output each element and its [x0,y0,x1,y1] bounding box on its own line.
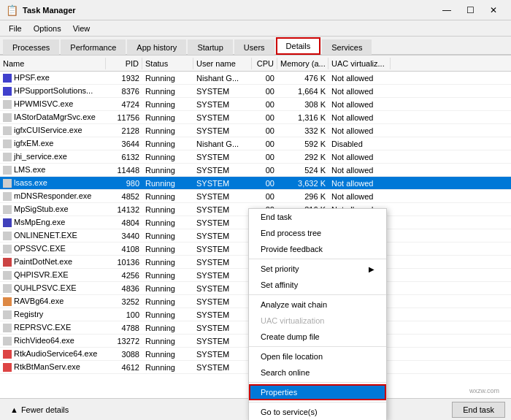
context-menu-item-set-affinity[interactable]: Set affinity [249,277,386,293]
cell-pid: 13272 [106,337,142,345]
cell-uac: Not allowed [328,126,391,135]
process-icon [3,324,12,332]
cell-memory: 592 K [277,140,328,148]
process-icon [3,284,12,293]
col-header-name[interactable]: Name [0,58,106,69]
cell-memory: 292 K [277,153,328,161]
cell-username: SYSTEM [193,218,252,227]
process-icon [3,232,12,240]
tab-users[interactable]: Users [234,39,274,55]
cell-status: Running [142,153,193,161]
title-bar: 📋 Task Manager — ☐ ✕ [0,0,511,20]
cell-name: MsMpEng.exe [0,218,106,227]
cell-username: SYSTEM [193,179,252,188]
context-menu-item-open-file-location[interactable]: Open file location [249,348,386,364]
tab-services[interactable]: Services [322,39,372,55]
cell-pid: 11448 [106,166,142,175]
cell-username: SYSTEM [193,310,252,319]
cell-username: SYSTEM [193,100,252,109]
col-header-uac-virtualiz---[interactable]: UAC virtualiz... [328,58,391,69]
col-header-status[interactable]: Status [142,58,193,69]
maximize-button[interactable]: ☐ [458,3,482,18]
table-row[interactable]: lsass.exe980RunningSYSTEM003,632 KNot al… [0,177,511,190]
table-row[interactable]: HPSupportSolutions...8376RunningSYSTEM00… [0,85,511,98]
cell-status: Running [142,140,193,148]
cell-name: HPSF.exe [0,73,106,83]
cell-username: SYSTEM [193,363,252,372]
cell-pid: 4256 [106,271,142,280]
cell-pid: 980 [106,179,142,188]
tab-performance[interactable]: Performance [61,39,126,55]
process-icon [3,179,12,188]
cell-status: Running [142,87,193,96]
process-icon [3,350,12,359]
col-header-user-name[interactable]: User name [193,58,252,69]
tab-app-history[interactable]: App history [127,39,186,55]
cell-cpu: 00 [252,87,277,96]
cell-cpu: 00 [252,192,277,201]
cell-uac: Not allowed [328,113,391,122]
cell-uac: Not allowed [328,74,391,83]
context-menu-item-end-task[interactable]: End task [249,209,386,225]
process-icon [3,166,12,175]
cell-status: Running [142,113,193,122]
context-menu-item-properties[interactable]: Properties [249,384,386,400]
col-header-cpu[interactable]: CPU [252,58,277,69]
context-menu-item-set-priority[interactable]: Set priority▶ [249,261,386,277]
cell-username: SYSTEM [193,337,252,345]
table-row[interactable]: IAStorDataMgrSvc.exe11756RunningSYSTEM00… [0,111,511,124]
process-icon [3,258,12,267]
cell-pid: 4804 [106,218,142,227]
process-icon [3,271,12,280]
cell-cpu: 00 [252,179,277,188]
close-button[interactable]: ✕ [482,3,505,18]
context-menu-item-provide-feedback[interactable]: Provide feedback [249,241,386,257]
table-row[interactable]: LMS.exe11448RunningSYSTEM00524 KNot allo… [0,164,511,177]
context-menu-item-end-process-tree[interactable]: End process tree [249,225,386,241]
tab-startup[interactable]: Startup [188,39,232,55]
context-menu-item-search-online[interactable]: Search online [249,364,386,381]
cell-username: SYSTEM [193,232,252,240]
cell-name: lsass.exe [0,178,106,188]
menu-item-options[interactable]: Options [28,23,67,34]
cell-memory: 524 K [277,166,328,175]
cell-name: OPSSVC.EXE [0,244,106,253]
tab-details[interactable]: Details [276,37,321,55]
cell-pid: 6132 [106,153,142,161]
cell-username: SYSTEM [193,87,252,96]
col-header-pid[interactable]: PID [106,58,142,69]
cell-memory: 3,632 K [277,179,328,188]
cell-uac: Disabled [328,140,391,148]
end-task-button[interactable]: End task [452,402,505,418]
context-menu-separator [249,402,386,402]
table-row[interactable]: igfxEM.exe3644RunningNishant G...00592 K… [0,137,511,150]
cell-username: SYSTEM [193,324,252,332]
cell-username: Nishant G... [193,74,252,83]
table-header: NamePIDStatusUser nameCPUMemory (a...UAC… [0,56,511,72]
cell-username: SYSTEM [193,192,252,201]
table-row[interactable]: HPSF.exe1932RunningNishant G...00476 KNo… [0,72,511,85]
col-header-memory-(a---[interactable]: Memory (a... [277,58,328,69]
minimize-button[interactable]: — [435,3,458,18]
cell-pid: 3252 [106,297,142,306]
cell-pid: 14132 [106,205,142,214]
cell-memory: 296 K [277,192,328,201]
cell-name: LMS.exe [0,165,106,175]
cell-pid: 4852 [106,192,142,201]
menu-item-view[interactable]: View [67,23,96,34]
context-menu-item-analyze-wait-chain[interactable]: Analyze wait chain [249,297,386,313]
fewer-details-button[interactable]: ▲ Fewer details [6,404,73,416]
process-icon [3,140,12,148]
context-menu-item-go-to-service(s)[interactable]: Go to service(s) [249,404,386,420]
tab-processes[interactable]: Processes [3,39,59,55]
table-row[interactable]: mDNSResponder.exe4852RunningSYSTEM00296 … [0,190,511,203]
cell-status: Running [142,324,193,332]
table-row[interactable]: HPWMISVC.exe4724RunningSYSTEM00308 KNot … [0,98,511,111]
menu-item-file[interactable]: File [3,23,28,34]
cell-username: SYSTEM [193,126,252,135]
process-icon [3,192,12,201]
table-row[interactable]: jhi_service.exe6132RunningSYSTEM00292 KN… [0,150,511,164]
context-menu-item-create-dump-file[interactable]: Create dump file [249,329,386,345]
cell-status: Running [142,297,193,306]
table-row[interactable]: igfxCUIService.exe2128RunningSYSTEM00332… [0,124,511,137]
